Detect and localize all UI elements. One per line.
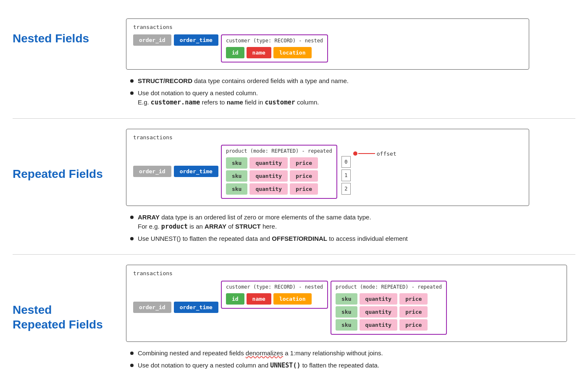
diagram-repeated: transactions order_id order_time product…	[126, 129, 529, 206]
nested-box-row-customer-nr: id name location	[226, 293, 323, 305]
field-location: location	[273, 47, 312, 58]
diagram-table-name-repeated: transactions	[133, 134, 522, 141]
bullet-dot-nr2	[130, 364, 134, 367]
nested-box-title-customer: customer (type: RECORD) - nested	[226, 38, 323, 44]
section-repeated-fields: Repeated Fields transactions order_id or…	[13, 119, 575, 255]
field-sku-0: sku	[226, 157, 247, 169]
bullet-repeated-1: ARRAY data type is an ordered list of ze…	[130, 213, 575, 232]
bullet-text-2: Use dot notation to query a nested colum…	[138, 89, 575, 107]
bullet-text-r2: Use UNNEST() to flatten the repeated dat…	[138, 234, 575, 244]
arrow-dot	[353, 151, 357, 156]
bullet-text-nr2: Use dot notation to query a nested colum…	[138, 361, 575, 370]
field-price-1: price	[290, 170, 318, 182]
field-id: id	[226, 47, 244, 58]
repeated-row-nr-2: sku quantity price	[336, 319, 442, 331]
section-content-repeated: transactions order_id order_time product…	[126, 129, 575, 246]
nested-box-title-customer-nr: customer (type: RECORD) - nested	[226, 284, 323, 290]
section-title-nested: Nested Fields	[13, 31, 122, 46]
field-sku-nr-0: sku	[336, 293, 357, 305]
nested-box-product-nr: product (mode: REPEATED) - repeated sku …	[331, 281, 447, 335]
nested-box-product: product (mode: REPEATED) - repeated sku …	[221, 145, 337, 199]
bullet-dot-1	[130, 79, 134, 83]
nested-box-title-product: product (mode: REPEATED) - repeated	[226, 148, 332, 154]
nested-box-title-product-nr: product (mode: REPEATED) - repeated	[336, 284, 442, 290]
nested-box-customer: customer (type: RECORD) - nested id name…	[221, 34, 328, 63]
field-order-id-nested: order_id	[133, 34, 171, 46]
page-wrapper: Nested Fields transactions order_id orde…	[0, 0, 588, 370]
field-quantity-nr-0: quantity	[360, 293, 398, 305]
field-price-2: price	[290, 183, 318, 195]
field-price-nr-1: price	[399, 306, 428, 318]
field-quantity-nr-2: quantity	[360, 319, 398, 331]
offset-wrap: 0 1 2 offset	[340, 145, 396, 195]
diagram-table-name-nested: transactions	[133, 24, 522, 30]
field-quantity-0: quantity	[249, 157, 288, 169]
field-sku-nr-1: sku	[336, 306, 357, 318]
repeated-row-0: sku quantity price	[226, 157, 332, 169]
field-quantity-1: quantity	[249, 170, 288, 182]
diagram-table-name-nr: transactions	[133, 270, 560, 276]
field-sku-1: sku	[226, 170, 247, 182]
field-quantity-2: quantity	[249, 183, 288, 195]
repeated-row-nr-1: sku quantity price	[336, 306, 442, 318]
bullet-repeated-2: Use UNNEST() to flatten the repeated dat…	[130, 234, 575, 244]
section-title-repeated: Repeated Fields	[13, 141, 122, 181]
bullet-text-nr1: Combining nested and repeated fields den…	[138, 349, 575, 358]
nested-box-customer-nr: customer (type: RECORD) - nested id name…	[221, 281, 328, 309]
section-title-nested-repeated: NestedRepeated Fields	[13, 277, 122, 332]
bullet-dot-2	[130, 91, 134, 95]
diagram-row-repeated: order_id order_time product (mode: REPEA…	[133, 145, 522, 199]
repeated-row-2: sku quantity price	[226, 183, 332, 195]
offset-arrow: offset	[353, 151, 396, 157]
section-nested-fields: Nested Fields transactions order_id orde…	[13, 8, 575, 119]
base-fields-nr: order_id order_time	[133, 302, 218, 313]
field-id-nr: id	[226, 293, 244, 305]
offset-2: 2	[341, 183, 351, 195]
offset-col: 0 1 2	[341, 156, 351, 195]
field-order-id-nr: order_id	[133, 302, 171, 313]
bullet-nr-1: Combining nested and repeated fields den…	[130, 349, 575, 358]
field-price-0: price	[290, 157, 318, 169]
nested-box-row-customer: id name location	[226, 47, 323, 58]
field-name: name	[247, 47, 271, 58]
diagram-nested-repeated: transactions order_id order_time custome…	[126, 265, 567, 342]
bullet-text-r1: ARRAY data type is an ordered list of ze…	[138, 213, 575, 232]
field-order-time-repeated: order_time	[174, 166, 218, 177]
offset-label-text: offset	[377, 151, 396, 157]
field-sku-nr-2: sku	[336, 319, 357, 331]
offset-1: 1	[341, 169, 351, 181]
arrow-line	[358, 153, 375, 154]
bullet-dot-r2	[130, 237, 134, 240]
field-sku-2: sku	[226, 183, 247, 195]
field-price-nr-2: price	[399, 319, 428, 331]
repeated-row-nr-0: sku quantity price	[336, 293, 442, 305]
field-order-time-nr: order_time	[174, 302, 218, 313]
section-nested-repeated: NestedRepeated Fields transactions order…	[13, 255, 575, 370]
field-location-nr: location	[273, 293, 312, 305]
repeated-row-1: sku quantity price	[226, 170, 332, 182]
diagram-row-nr: order_id order_time customer (type: RECO…	[133, 281, 560, 335]
section-content-nested: transactions order_id order_time custome…	[126, 18, 575, 110]
field-order-id-repeated: order_id	[133, 166, 171, 177]
bullets-nested-repeated: Combining nested and repeated fields den…	[126, 349, 575, 370]
diagram-nested: transactions order_id order_time custome…	[126, 18, 529, 70]
bullet-nr-2: Use dot notation to query a nested colum…	[130, 361, 575, 370]
field-quantity-nr-1: quantity	[360, 306, 398, 318]
bullet-dot-nr1	[130, 352, 134, 355]
section-label-repeated: Repeated Fields	[13, 129, 126, 181]
section-label-nested: Nested Fields	[13, 18, 126, 46]
bullet-text-1: STRUCT/RECORD data type contains ordered…	[138, 76, 575, 86]
field-order-time-nested: order_time	[174, 34, 218, 46]
section-label-nested-repeated: NestedRepeated Fields	[13, 265, 126, 332]
section-content-nested-repeated: transactions order_id order_time custome…	[126, 265, 575, 370]
bullet-nested-2: Use dot notation to query a nested colum…	[130, 89, 575, 107]
bullet-dot-r1	[130, 216, 134, 219]
bullet-nested-1: STRUCT/RECORD data type contains ordered…	[130, 76, 575, 86]
field-name-nr: name	[247, 293, 271, 305]
field-price-nr-0: price	[399, 293, 428, 305]
bullets-repeated: ARRAY data type is an ordered list of ze…	[126, 213, 575, 246]
bullets-nested: STRUCT/RECORD data type contains ordered…	[126, 76, 575, 110]
offset-0: 0	[341, 156, 351, 168]
diagram-row-nested: order_id order_time customer (type: RECO…	[133, 34, 522, 63]
